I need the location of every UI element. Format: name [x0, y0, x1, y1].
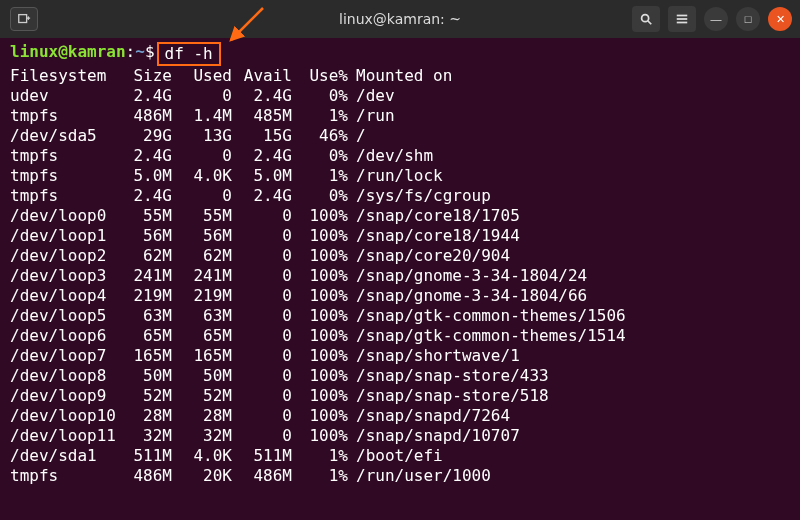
table-row: /dev/loop4219M219M0100%/snap/gnome-3-34-… — [10, 286, 790, 306]
cell-size: 2.4G — [120, 146, 172, 166]
cell-size: 511M — [120, 446, 172, 466]
cell-size: 32M — [120, 426, 172, 446]
cell-avail: 2.4G — [232, 86, 292, 106]
cell-mount: /snap/snap-store/518 — [348, 386, 549, 406]
cell-mount: /snap/snapd/7264 — [348, 406, 510, 426]
cell-size: 50M — [120, 366, 172, 386]
search-icon — [639, 12, 653, 26]
table-row: udev2.4G02.4G0%/dev — [10, 86, 790, 106]
cell-filesystem: /dev/loop10 — [10, 406, 120, 426]
table-row: /dev/loop156M56M0100%/snap/core18/1944 — [10, 226, 790, 246]
cell-avail: 2.4G — [232, 146, 292, 166]
cell-used: 13G — [172, 126, 232, 146]
table-row: /dev/loop850M50M0100%/snap/snap-store/43… — [10, 366, 790, 386]
cell-usepct: 0% — [292, 186, 348, 206]
search-button[interactable] — [632, 6, 660, 32]
table-row: /dev/loop7165M165M0100%/snap/shortwave/1 — [10, 346, 790, 366]
cell-mount: /snap/gnome-3-34-1804/66 — [348, 286, 587, 306]
cell-used: 63M — [172, 306, 232, 326]
cell-usepct: 1% — [292, 466, 348, 486]
cell-mount: /snap/core18/1705 — [348, 206, 520, 226]
cell-mount: /snap/snapd/10707 — [348, 426, 520, 446]
cell-used: 32M — [172, 426, 232, 446]
cell-avail: 0 — [232, 386, 292, 406]
cell-avail: 0 — [232, 406, 292, 426]
svg-point-3 — [642, 15, 649, 22]
cell-mount: /run/user/1000 — [348, 466, 491, 486]
cell-avail: 0 — [232, 326, 292, 346]
table-row: tmpfs486M20K486M1%/run/user/1000 — [10, 466, 790, 486]
cell-used: 56M — [172, 226, 232, 246]
cell-mount: /snap/core18/1944 — [348, 226, 520, 246]
cell-filesystem: /dev/loop5 — [10, 306, 120, 326]
prompt-line: linux@kamran:~$ df -h — [10, 42, 790, 66]
cell-used: 55M — [172, 206, 232, 226]
cell-usepct: 46% — [292, 126, 348, 146]
cell-size: 56M — [120, 226, 172, 246]
maximize-button[interactable]: □ — [736, 7, 760, 31]
cell-used: 219M — [172, 286, 232, 306]
cell-used: 20K — [172, 466, 232, 486]
prompt-symbol: $ — [145, 42, 155, 66]
cell-filesystem: tmpfs — [10, 166, 120, 186]
cell-mount: /snap/core20/904 — [348, 246, 510, 266]
terminal-output[interactable]: linux@kamran:~$ df -h Filesystem Size Us… — [0, 38, 800, 520]
menu-button[interactable] — [668, 6, 696, 32]
table-row: /dev/loop055M55M0100%/snap/core18/1705 — [10, 206, 790, 226]
cell-used: 28M — [172, 406, 232, 426]
cell-usepct: 100% — [292, 266, 348, 286]
cell-mount: /snap/snap-store/433 — [348, 366, 549, 386]
hamburger-icon — [675, 12, 689, 26]
cell-used: 65M — [172, 326, 232, 346]
cell-mount: /snap/gtk-common-themes/1514 — [348, 326, 626, 346]
cell-used: 1.4M — [172, 106, 232, 126]
cell-used: 52M — [172, 386, 232, 406]
table-row: /dev/loop262M62M0100%/snap/core20/904 — [10, 246, 790, 266]
cell-filesystem: /dev/sda1 — [10, 446, 120, 466]
cell-mount: /snap/gtk-common-themes/1506 — [348, 306, 626, 326]
table-row: /dev/loop1132M32M0100%/snap/snapd/10707 — [10, 426, 790, 446]
close-icon: ✕ — [776, 13, 785, 26]
cell-filesystem: /dev/loop0 — [10, 206, 120, 226]
cell-usepct: 1% — [292, 166, 348, 186]
cell-usepct: 100% — [292, 246, 348, 266]
cell-avail: 0 — [232, 206, 292, 226]
cell-used: 0 — [172, 186, 232, 206]
cell-size: 28M — [120, 406, 172, 426]
cell-filesystem: tmpfs — [10, 466, 120, 486]
svg-rect-0 — [19, 15, 27, 23]
cell-mount: /snap/gnome-3-34-1804/24 — [348, 266, 587, 286]
cell-mount: /run/lock — [348, 166, 443, 186]
new-tab-button[interactable] — [10, 7, 38, 31]
cell-used: 241M — [172, 266, 232, 286]
cell-size: 486M — [120, 106, 172, 126]
cell-size: 52M — [120, 386, 172, 406]
cell-used: 165M — [172, 346, 232, 366]
cell-size: 486M — [120, 466, 172, 486]
col-header-size: Size — [120, 66, 172, 86]
cell-avail: 0 — [232, 246, 292, 266]
command-text: df -h — [165, 44, 213, 63]
cell-size: 2.4G — [120, 86, 172, 106]
cell-filesystem: /dev/loop7 — [10, 346, 120, 366]
titlebar: linux@kamran: ~ — □ ✕ — [0, 0, 800, 38]
cell-filesystem: tmpfs — [10, 186, 120, 206]
col-header-used: Used — [172, 66, 232, 86]
cell-mount: /snap/shortwave/1 — [348, 346, 520, 366]
cell-filesystem: /dev/loop8 — [10, 366, 120, 386]
cell-usepct: 100% — [292, 366, 348, 386]
cell-size: 219M — [120, 286, 172, 306]
table-row: tmpfs486M1.4M485M1%/run — [10, 106, 790, 126]
table-row: tmpfs2.4G02.4G0%/sys/fs/cgroup — [10, 186, 790, 206]
table-row: /dev/loop3241M241M0100%/snap/gnome-3-34-… — [10, 266, 790, 286]
cell-usepct: 1% — [292, 106, 348, 126]
minimize-button[interactable]: — — [704, 7, 728, 31]
close-button[interactable]: ✕ — [768, 7, 792, 31]
cell-size: 5.0M — [120, 166, 172, 186]
table-row: /dev/loop665M65M0100%/snap/gtk-common-th… — [10, 326, 790, 346]
cell-avail: 0 — [232, 266, 292, 286]
cell-avail: 0 — [232, 346, 292, 366]
cell-usepct: 100% — [292, 226, 348, 246]
prompt-colon: : — [126, 42, 136, 66]
cell-used: 0 — [172, 86, 232, 106]
